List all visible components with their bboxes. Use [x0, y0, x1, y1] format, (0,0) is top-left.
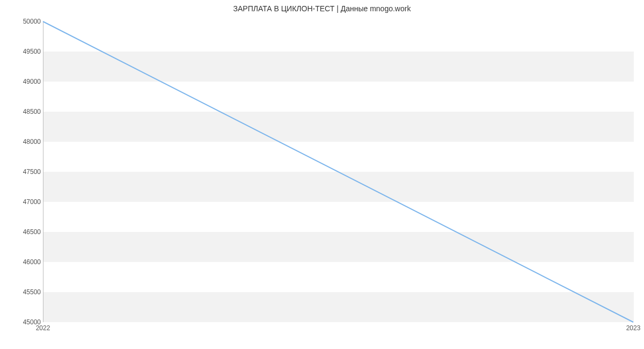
- y-tick-label: 49500: [9, 48, 41, 55]
- y-tick-label: 49000: [9, 78, 41, 85]
- x-tick-label: 2023: [626, 324, 641, 332]
- y-tick-label: 46000: [9, 258, 41, 266]
- y-tick-label: 47500: [9, 168, 41, 176]
- series-line: [43, 21, 633, 322]
- chart-area: 4500045500460004650047000475004800048500…: [43, 21, 633, 322]
- y-tick-label: 50000: [9, 18, 41, 25]
- x-tick-label: 2022: [36, 324, 50, 332]
- y-tick-label: 48500: [9, 108, 41, 115]
- y-tick-label: 47000: [9, 198, 41, 206]
- y-tick-label: 46500: [9, 228, 41, 236]
- line-series: [43, 21, 633, 322]
- y-tick-label: 45500: [9, 288, 41, 296]
- chart-title: ЗАРПЛАТА В ЦИКЛОН-ТЕСТ | Данные mnogo.wo…: [0, 0, 644, 14]
- y-tick-label: 48000: [9, 138, 41, 146]
